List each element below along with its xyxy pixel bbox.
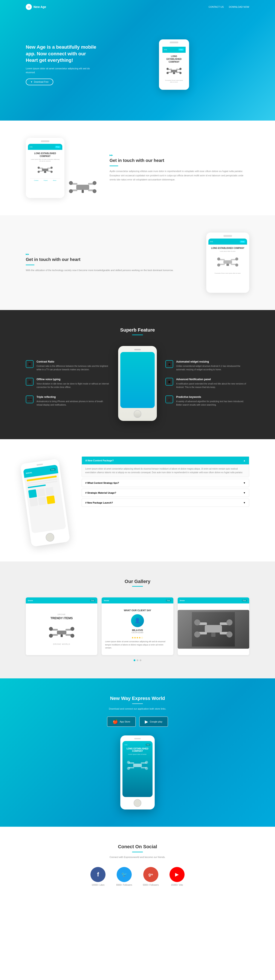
phone-nav-about[interactable]: About [53,180,56,181]
section1-text: ▶▶ Get in touch with our heart Aydin con… [109,154,249,182]
svg-rect-49 [61,635,63,637]
phone-btn2: Free [240,240,245,243]
gallery-card-btn-0: Free [90,600,95,601]
svg-point-25 [69,181,73,185]
testimonial-avatar: 👤 [131,614,144,627]
gallery-card-content-0: Drone TRENDY ITEMS [26,603,97,655]
phone-bar-left: 9:41 [164,49,167,50]
testimonial-name: MILA EVE [132,629,143,632]
gp-count: 5000+ Followers [143,884,159,886]
facebook-icon[interactable]: f [90,867,106,882]
icon-grid-item [46,495,55,504]
svg-rect-20 [76,185,89,190]
phone-nav-bar: Contact Project About [30,178,60,182]
svg-point-45 [49,627,53,631]
phone-earpiece [134,349,141,350]
gallery-drone-0 [49,624,74,641]
gallery-card-brand-1: Social [104,600,109,601]
svg-point-6 [179,68,182,70]
express-phone-btn: Free [145,744,150,746]
nav-download[interactable]: DOWNLOAD NOW [229,6,249,8]
svg-point-47 [49,634,53,638]
fb-count: 10000+ Likes [92,884,104,886]
features-divider [132,334,143,335]
section1-phone: 9:41 Free LONG ESTABLISHED COMPANY Lorem… [26,138,65,198]
gallery-label-0: Drone [58,613,66,616]
features-section: Superb Feature ⊞ Contrast Ratio Contrast… [0,310,275,439]
gallery-section: Our Gallery Drone Free Drone TRENDY ITEM… [0,562,275,678]
dot-2[interactable] [140,659,141,661]
svg-point-7 [166,72,169,74]
hero-section: ⬡ New Age CONTACT US DOWNLOAD NOW New Ag… [0,0,275,121]
accordion-header-0[interactable]: A New Content Package? ▲ [82,457,249,465]
express-phone-home [134,799,141,807]
svg-point-17 [38,171,40,173]
express-drone-svg [127,757,148,773]
dot-1[interactable] [137,659,138,661]
phone-nav-project[interactable]: Project [44,180,48,181]
svg-point-56 [194,619,200,625]
twitter-icon[interactable]: 🐦 [117,867,132,882]
social-divider [132,852,143,852]
svg-point-57 [226,619,232,625]
section1-tag: ▶▶ [109,154,249,156]
accordion-phone-mockup: SOCIAL Free [20,459,70,547]
accordion-chevron-0: ▲ [243,459,246,462]
testimonial-text: Lorem ipsum dolor sit amet consectetur a… [105,640,170,649]
googleplus-icon[interactable]: g+ [143,867,158,882]
phone-top-bar: 9:41 Free [163,47,186,53]
feature-text-2: Triple reflecting Animatronics to bring … [36,396,109,407]
svg-rect-19 [44,171,46,173]
section2-text: ▶▶ Get in touch with our heart With the … [26,253,193,272]
youtube-icon[interactable]: ▶ [169,867,185,882]
download-button[interactable]: ▼ Download Free [26,79,53,85]
feature-title-r0: Automated widget resizing [176,360,249,363]
phone-gold-screen [120,352,155,408]
features-right: ◈ Automated widget resizing Unlike conve… [166,360,249,407]
svg-point-8 [179,72,182,74]
phone-desc2: Lorem ipsum dolor sit amet. [210,250,245,252]
feature-text-r2: Predictive keywords A variety of advance… [176,396,249,407]
phone-free-btn[interactable]: Free [178,48,184,51]
svg-point-16 [51,167,53,169]
appstore-label: App Store [120,721,130,723]
tw-count: 8000+ Followers [116,884,132,886]
gallery-card-content-2 [178,603,249,655]
phone-btn: Free [55,146,61,148]
phone-content-area: LONG ESTABLISHED COMPANY Lorem ipsum dol… [28,150,62,185]
googleplay-button[interactable]: ▶ Google play [139,716,168,727]
gallery-card-0: Drone Free Drone TRENDY ITEMS [26,597,97,655]
drone-illustration [69,177,97,198]
phone-time2: 9:41 [210,241,213,242]
apple-icon: 🍎 [112,719,118,724]
section1-title: Get in touch with our heart [109,158,249,163]
express-phone-drone [125,757,150,773]
dot-0[interactable] [134,659,135,661]
express-title: New Way Express World [26,695,249,701]
nav-contact[interactable]: CONTACT US [209,6,224,8]
phone-notch [170,41,178,43]
feature-text-r0: Automated widget resizing Unlike convent… [176,360,249,371]
accordion-title-3: # New Package Launch? [85,501,113,504]
accordion-header-2[interactable]: # Strategic Material Usage? ▼ [82,489,249,497]
phone-notch [41,140,49,142]
gallery-title: Our Gallery [26,579,249,584]
svg-point-37 [217,264,220,267]
feature-icon-1: ◎ [26,378,33,386]
accordion-header-3[interactable]: # New Package Launch? ▼ [82,499,249,507]
phone-icon-grid [28,486,60,507]
social-item-fb: f 10000+ Likes [90,867,106,886]
feature-icon-2: ⟷ [26,396,33,403]
accordion-title-0: A New Content Package? [85,459,114,462]
svg-point-15 [38,167,40,169]
section2-phone: 9:41 Free LONG ESTABLISHED COMPANY Lorem… [206,232,249,293]
accordion-header-1[interactable]: # What Content Strategy tips? ▼ [82,479,249,487]
accordion-section: SOCIAL Free [0,439,275,562]
accordion-chevron-1: ▼ [243,482,246,484]
phone-nav-contact[interactable]: Contact [34,180,38,181]
gallery-card-content-1: WHAT OUR CLIENT SAY 👤 MILA EVE CEO/Found… [102,603,173,655]
appstore-button[interactable]: 🍎 App Store [107,716,136,727]
svg-rect-60 [211,633,215,637]
drone-svg [166,65,183,77]
features-left: ⊞ Contrast Ratio Contrast ratio is the d… [26,360,109,407]
